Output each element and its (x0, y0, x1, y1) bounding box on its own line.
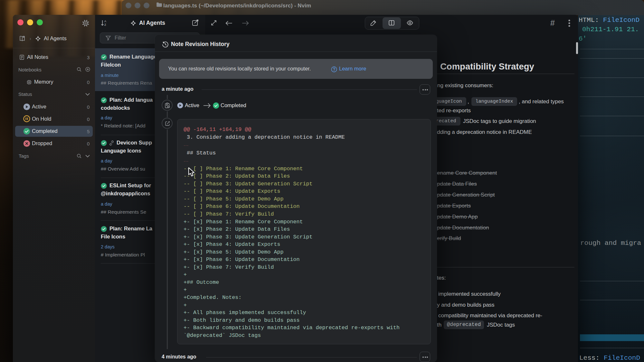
svg-text:A: A (104, 20, 106, 23)
svg-text:Z: Z (104, 23, 106, 26)
